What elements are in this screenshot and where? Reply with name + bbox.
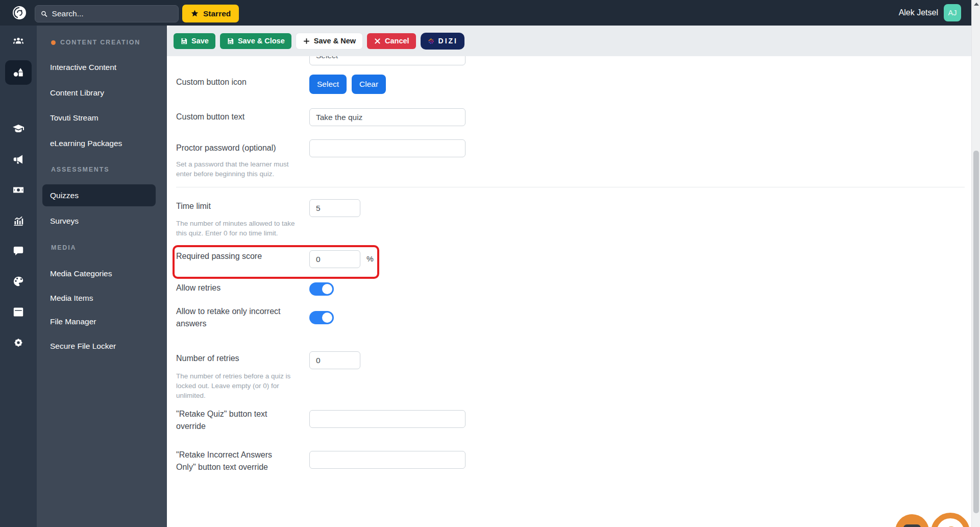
sidebar-header-assessments: ASSESSMENTS <box>51 166 109 173</box>
global-search <box>35 5 179 22</box>
toggle-knob <box>322 313 332 323</box>
scroll-up-arrow-icon[interactable] <box>974 3 979 6</box>
save-close-button[interactable]: Save & Close <box>220 33 291 49</box>
avatar-initials: AJ <box>948 9 957 17</box>
sidebar-item-tovuti-stream[interactable]: Tovuti Stream <box>50 113 99 123</box>
required-passing-score-highlight <box>173 245 379 279</box>
search-input[interactable] <box>52 9 173 18</box>
dizi-label: DIZI <box>438 37 458 45</box>
proctor-password-input[interactable] <box>309 139 465 157</box>
retake-incorrect-override-label: "Retake Incorrect Answers Only" button t… <box>176 449 287 473</box>
graduation-cap-icon <box>12 123 24 135</box>
users-icon <box>12 36 24 48</box>
sidebar-item-content-library[interactable]: Content Library <box>50 88 104 98</box>
palette-icon <box>12 275 24 288</box>
topbar: Starred Alek Jetsel AJ <box>0 0 971 26</box>
avatar[interactable]: AJ <box>944 4 961 21</box>
sidebar-item-file-manager[interactable]: File Manager <box>50 317 96 326</box>
rail-appearance-button[interactable] <box>12 275 24 288</box>
rail-marketing-button[interactable] <box>12 153 24 165</box>
allow-retries-label: Allow retries <box>176 282 287 294</box>
rail-messages-button[interactable] <box>12 245 24 257</box>
gear-icon <box>12 337 24 349</box>
search-icon <box>40 10 48 18</box>
number-of-retries-input[interactable] <box>309 351 360 369</box>
sidebar-item-media-categories[interactable]: Media Categories <box>50 269 112 278</box>
rail-settings-button[interactable] <box>12 337 24 349</box>
help-mascot-button[interactable] <box>931 513 970 527</box>
proctor-password-help: Set a password that the learner must ent… <box>176 159 305 179</box>
save-new-label: Save & New <box>314 37 356 45</box>
sidebar-item-quizzes-label: Quizzes <box>50 191 79 200</box>
orange-dot-icon <box>51 40 56 45</box>
quiz-settings-page: Starred Alek Jetsel AJ <box>0 0 980 527</box>
toggle-knob <box>322 284 332 294</box>
save-new-button[interactable]: Save & New <box>296 33 362 49</box>
sidebar-item-elearning-packages[interactable]: eLearning Packages <box>50 139 122 148</box>
dizi-button[interactable]: DIZI <box>421 33 464 50</box>
user-name: Alek Jetsel <box>899 8 938 17</box>
icon-clear-button[interactable]: Clear <box>352 75 386 94</box>
rail-content-creation-button[interactable] <box>5 60 32 85</box>
starred-button[interactable]: Starred <box>182 5 239 22</box>
sidebar-item-media-items[interactable]: Media Items <box>50 294 93 303</box>
retake-quiz-override-input[interactable] <box>309 410 465 428</box>
chat-bubble-icon <box>903 524 921 527</box>
plus-icon <box>303 37 310 45</box>
section-divider <box>176 187 965 187</box>
chat-bubble-icon <box>12 245 24 257</box>
mascot-icon <box>940 521 961 527</box>
custom-button-icon-label: Custom button icon <box>176 76 287 88</box>
sidebar-item-secure-file-locker[interactable]: Secure File Locker <box>50 342 116 351</box>
browser-card-icon <box>12 306 24 318</box>
chat-fab-button[interactable] <box>895 514 929 527</box>
cancel-label: Cancel <box>385 37 409 45</box>
money-icon <box>12 184 24 196</box>
user-area: Alek Jetsel AJ <box>899 0 961 26</box>
page-scrollbar <box>971 0 980 527</box>
action-toolbar: Save Save & Close Save & New Cancel DIZI <box>167 26 971 56</box>
starred-label: Starred <box>203 9 231 18</box>
retake-incorrect-override-input[interactable] <box>309 451 465 469</box>
sidebar-header-content-creation: CONTENT CREATION <box>51 39 140 46</box>
time-limit-help: The number of minutes allowed to take th… <box>176 219 302 238</box>
save-label: Save <box>191 37 209 45</box>
tovuti-logo[interactable] <box>11 4 28 21</box>
retake-quiz-override-label: "Retake Quiz" button text override <box>176 408 287 433</box>
sidebar-item-quizzes[interactable]: Quizzes <box>42 184 156 206</box>
retake-incorrect-only-label: Allow to retake only incorrect answers <box>176 305 287 330</box>
save-button[interactable]: Save <box>174 33 215 49</box>
proctor-password-label: Proctor password (optional) <box>176 142 287 154</box>
sidebar-header-media: MEDIA <box>51 244 76 251</box>
sidebar: CONTENT CREATION Interactive Content Con… <box>37 26 167 527</box>
rail-reports-button[interactable] <box>12 214 24 227</box>
shapes-icon <box>12 66 24 79</box>
rail-pages-button[interactable] <box>12 306 24 318</box>
rail-learning-button[interactable] <box>12 123 24 135</box>
megaphone-icon <box>12 153 24 165</box>
number-of-retries-help: The number of retries before a quiz is l… <box>176 371 304 400</box>
rail-commerce-button[interactable] <box>12 184 24 196</box>
sidebar-item-surveys[interactable]: Surveys <box>50 217 79 226</box>
retake-incorrect-only-toggle[interactable] <box>309 311 334 324</box>
number-of-retries-label: Number of retries <box>176 352 287 365</box>
sidebar-item-interactive-content[interactable]: Interactive Content <box>50 63 116 72</box>
custom-button-text-label: Custom button text <box>176 111 287 123</box>
time-limit-label: Time limit <box>176 200 287 212</box>
rail-users-button[interactable] <box>12 36 24 48</box>
icon-select-button[interactable]: Select <box>309 75 347 94</box>
analytics-chart-icon <box>12 214 24 227</box>
tovuti-logo-icon <box>11 4 28 21</box>
scrollbar-thumb[interactable] <box>973 151 979 513</box>
custom-button-text-input[interactable] <box>309 108 465 126</box>
star-icon <box>190 9 199 18</box>
dizi-logo-icon <box>427 37 435 45</box>
floppy-icon <box>227 37 234 45</box>
icon-rail <box>0 26 37 527</box>
floppy-icon <box>180 37 188 45</box>
x-icon <box>374 37 381 45</box>
cancel-button[interactable]: Cancel <box>367 33 416 49</box>
save-close-label: Save & Close <box>238 37 285 45</box>
allow-retries-toggle[interactable] <box>309 282 334 296</box>
time-limit-input[interactable] <box>309 199 360 217</box>
